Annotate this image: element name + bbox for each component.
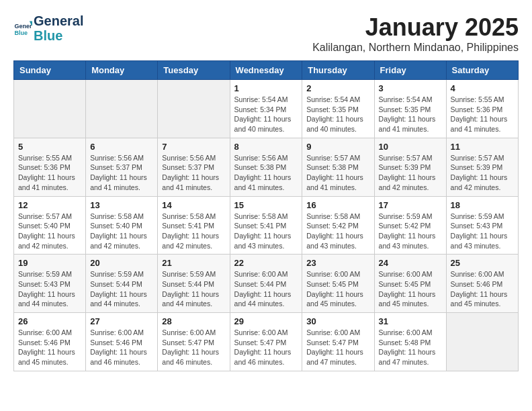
day-number: 10 (379, 142, 442, 152)
weekday-header: Monday (86, 61, 158, 80)
day-info: Sunrise: 5:57 AMSunset: 5:38 PMDaylight:… (306, 153, 369, 193)
calendar-cell (158, 80, 230, 138)
day-info: Sunrise: 5:55 AMSunset: 5:36 PMDaylight:… (451, 95, 514, 134)
day-info: Sunrise: 5:59 AMSunset: 5:44 PMDaylight:… (90, 269, 153, 309)
calendar-table: SundayMondayTuesdayWednesdayThursdayFrid… (13, 60, 519, 371)
logo-icon: General Blue (13, 19, 32, 38)
day-info: Sunrise: 5:58 AMSunset: 5:41 PMDaylight:… (162, 212, 225, 251)
calendar-cell: 28Sunrise: 6:00 AMSunset: 5:47 PMDayligh… (158, 313, 230, 371)
day-number: 3 (379, 83, 442, 93)
calendar-cell: 10Sunrise: 5:57 AMSunset: 5:39 PMDayligh… (374, 138, 446, 196)
day-info: Sunrise: 5:56 AMSunset: 5:37 PMDaylight:… (162, 153, 225, 193)
day-info: Sunrise: 5:54 AMSunset: 5:35 PMDaylight:… (379, 95, 442, 134)
calendar-week-row: 19Sunrise: 5:59 AMSunset: 5:43 PMDayligh… (14, 255, 519, 313)
day-number: 17 (379, 200, 442, 210)
calendar-cell: 17Sunrise: 5:59 AMSunset: 5:42 PMDayligh… (374, 196, 446, 255)
calendar-cell: 20Sunrise: 5:59 AMSunset: 5:44 PMDayligh… (86, 255, 158, 313)
day-info: Sunrise: 6:00 AMSunset: 5:46 PMDaylight:… (451, 269, 514, 309)
weekday-header: Friday (374, 61, 446, 80)
calendar-cell: 18Sunrise: 5:59 AMSunset: 5:43 PMDayligh… (446, 196, 518, 255)
weekday-header: Sunday (14, 61, 86, 80)
day-info: Sunrise: 6:00 AMSunset: 5:47 PMDaylight:… (234, 328, 298, 367)
day-info: Sunrise: 6:00 AMSunset: 5:48 PMDaylight:… (379, 328, 442, 367)
day-info: Sunrise: 5:55 AMSunset: 5:36 PMDaylight:… (18, 153, 81, 193)
calendar-cell: 14Sunrise: 5:58 AMSunset: 5:41 PMDayligh… (158, 196, 230, 255)
day-info: Sunrise: 6:00 AMSunset: 5:46 PMDaylight:… (18, 328, 81, 367)
calendar-cell: 4Sunrise: 5:55 AMSunset: 5:36 PMDaylight… (446, 80, 518, 138)
day-info: Sunrise: 5:54 AMSunset: 5:35 PMDaylight:… (306, 95, 369, 134)
page-header: General Blue General Blue January 2025 K… (13, 13, 519, 54)
day-number: 21 (162, 258, 225, 268)
day-number: 28 (162, 316, 225, 326)
day-info: Sunrise: 5:57 AMSunset: 5:40 PMDaylight:… (18, 212, 81, 251)
logo: General Blue General Blue (13, 13, 83, 43)
day-info: Sunrise: 5:56 AMSunset: 5:38 PMDaylight:… (234, 153, 298, 193)
calendar-cell: 27Sunrise: 6:00 AMSunset: 5:46 PMDayligh… (86, 313, 158, 371)
calendar-cell: 9Sunrise: 5:57 AMSunset: 5:38 PMDaylight… (302, 138, 374, 196)
day-info: Sunrise: 6:00 AMSunset: 5:44 PMDaylight:… (234, 269, 298, 309)
calendar-cell: 3Sunrise: 5:54 AMSunset: 5:35 PMDaylight… (374, 80, 446, 138)
calendar-cell: 29Sunrise: 6:00 AMSunset: 5:47 PMDayligh… (230, 313, 302, 371)
day-info: Sunrise: 5:57 AMSunset: 5:39 PMDaylight:… (451, 153, 514, 193)
day-info: Sunrise: 5:58 AMSunset: 5:42 PMDaylight:… (306, 212, 369, 251)
day-number: 18 (451, 200, 514, 210)
day-number: 9 (306, 142, 369, 152)
day-number: 19 (18, 258, 81, 268)
calendar-cell: 15Sunrise: 5:58 AMSunset: 5:41 PMDayligh… (230, 196, 302, 255)
calendar-cell (14, 80, 86, 138)
day-info: Sunrise: 5:56 AMSunset: 5:37 PMDaylight:… (90, 153, 153, 193)
day-info: Sunrise: 5:58 AMSunset: 5:40 PMDaylight:… (90, 212, 153, 251)
calendar-cell: 13Sunrise: 5:58 AMSunset: 5:40 PMDayligh… (86, 196, 158, 255)
calendar-cell (446, 313, 518, 371)
day-number: 24 (379, 258, 442, 268)
day-number: 11 (451, 142, 514, 152)
weekday-header: Saturday (446, 61, 518, 80)
day-number: 30 (306, 316, 369, 326)
logo-general: General (34, 13, 83, 28)
day-info: Sunrise: 5:59 AMSunset: 5:43 PMDaylight:… (451, 212, 514, 251)
day-number: 15 (234, 200, 298, 210)
calendar-cell: 2Sunrise: 5:54 AMSunset: 5:35 PMDaylight… (302, 80, 374, 138)
calendar-header-row: SundayMondayTuesdayWednesdayThursdayFrid… (14, 61, 519, 80)
day-number: 14 (162, 200, 225, 210)
day-info: Sunrise: 5:54 AMSunset: 5:34 PMDaylight:… (234, 95, 298, 134)
calendar-week-row: 12Sunrise: 5:57 AMSunset: 5:40 PMDayligh… (14, 196, 519, 255)
weekday-header: Tuesday (158, 61, 230, 80)
calendar-cell: 31Sunrise: 6:00 AMSunset: 5:48 PMDayligh… (374, 313, 446, 371)
calendar-week-row: 26Sunrise: 6:00 AMSunset: 5:46 PMDayligh… (14, 313, 519, 371)
day-number: 29 (234, 316, 298, 326)
day-number: 13 (90, 200, 153, 210)
day-number: 22 (234, 258, 298, 268)
calendar-cell: 19Sunrise: 5:59 AMSunset: 5:43 PMDayligh… (14, 255, 86, 313)
day-number: 23 (306, 258, 369, 268)
day-number: 12 (18, 200, 81, 210)
calendar-cell: 26Sunrise: 6:00 AMSunset: 5:46 PMDayligh… (14, 313, 86, 371)
calendar-cell: 24Sunrise: 6:00 AMSunset: 5:45 PMDayligh… (374, 255, 446, 313)
calendar-cell: 8Sunrise: 5:56 AMSunset: 5:38 PMDaylight… (230, 138, 302, 196)
day-number: 7 (162, 142, 225, 152)
day-number: 26 (18, 316, 81, 326)
day-info: Sunrise: 5:58 AMSunset: 5:41 PMDaylight:… (234, 212, 298, 251)
weekday-header: Thursday (302, 61, 374, 80)
calendar-cell: 16Sunrise: 5:58 AMSunset: 5:42 PMDayligh… (302, 196, 374, 255)
calendar-cell: 22Sunrise: 6:00 AMSunset: 5:44 PMDayligh… (230, 255, 302, 313)
day-number: 1 (234, 83, 298, 93)
svg-text:Blue: Blue (14, 30, 28, 36)
calendar-cell: 21Sunrise: 5:59 AMSunset: 5:44 PMDayligh… (158, 255, 230, 313)
calendar-cell: 30Sunrise: 6:00 AMSunset: 5:47 PMDayligh… (302, 313, 374, 371)
calendar-cell (86, 80, 158, 138)
day-info: Sunrise: 6:00 AMSunset: 5:47 PMDaylight:… (162, 328, 225, 367)
day-number: 2 (306, 83, 369, 93)
day-number: 16 (306, 200, 369, 210)
day-info: Sunrise: 6:00 AMSunset: 5:47 PMDaylight:… (306, 328, 369, 367)
day-number: 5 (18, 142, 81, 152)
day-number: 6 (90, 142, 153, 152)
day-number: 4 (451, 83, 514, 93)
weekday-header: Wednesday (230, 61, 302, 80)
day-number: 20 (90, 258, 153, 268)
day-number: 25 (451, 258, 514, 268)
day-number: 31 (379, 316, 442, 326)
title-block: January 2025 Kalilangan, Northern Mindan… (312, 13, 519, 54)
day-number: 8 (234, 142, 298, 152)
calendar-cell: 12Sunrise: 5:57 AMSunset: 5:40 PMDayligh… (14, 196, 86, 255)
